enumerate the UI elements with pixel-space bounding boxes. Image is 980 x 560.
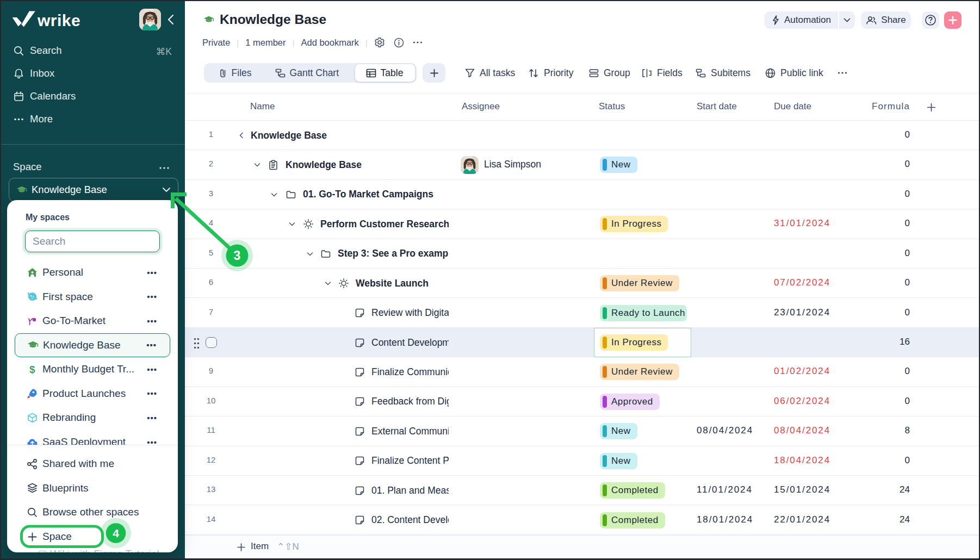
svg-text:wrike: wrike (37, 11, 80, 29)
svg-text:$: $ (29, 364, 35, 375)
